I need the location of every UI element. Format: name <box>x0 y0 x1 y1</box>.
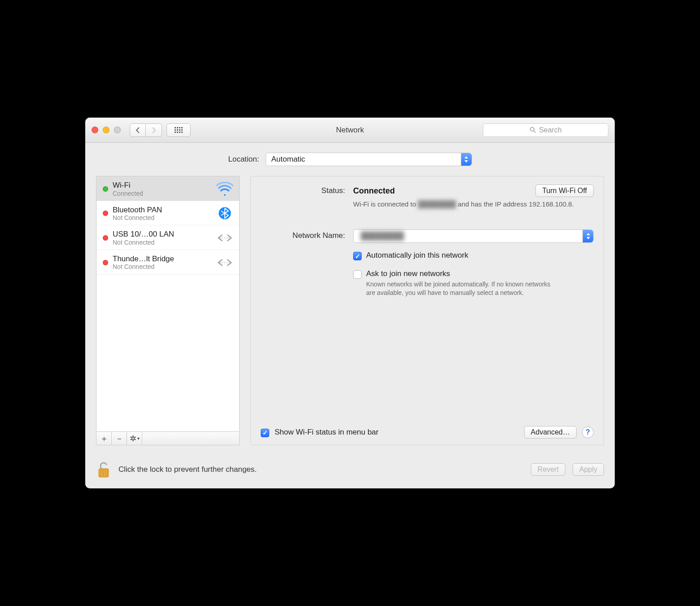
status-value: Connected <box>353 186 395 196</box>
service-status: Connected <box>113 190 211 197</box>
help-button[interactable]: ? <box>582 426 594 438</box>
titlebar: Network Search <box>85 118 615 143</box>
svg-rect-7 <box>105 469 106 477</box>
show-all-button[interactable] <box>166 123 191 137</box>
window-controls <box>92 127 121 133</box>
service-name: Wi-Fi <box>113 181 211 190</box>
search-field[interactable]: Search <box>483 123 608 137</box>
network-prefs-window: Network Search Location: Automatic <box>85 118 615 488</box>
close-window-button[interactable] <box>92 127 98 133</box>
search-placeholder: Search <box>539 126 562 134</box>
svg-rect-5 <box>101 469 102 477</box>
wifi-toggle-button[interactable]: Turn Wi-Fi Off <box>535 184 594 197</box>
back-button[interactable] <box>130 123 146 137</box>
location-row: Location: Automatic <box>96 153 604 166</box>
service-item-wifi[interactable]: Wi-Fi Connected <box>96 176 239 201</box>
svg-rect-8 <box>107 469 108 477</box>
show-status-checkbox[interactable] <box>261 429 269 437</box>
location-label: Location: <box>228 155 259 164</box>
chevron-left-icon <box>135 127 140 133</box>
bluetooth-icon <box>216 206 234 221</box>
show-status-label: Show Wi-Fi status in menu bar <box>275 428 378 437</box>
service-status: Not Connected <box>113 239 211 246</box>
location-value: Automatic <box>271 155 306 164</box>
service-list: Wi-Fi Connected Bluetooth PAN Not Connec… <box>96 176 240 432</box>
wifi-icon <box>216 181 234 197</box>
svg-line-1 <box>534 131 536 133</box>
nav-buttons <box>130 123 162 137</box>
unlocked-lock-icon[interactable] <box>96 461 111 479</box>
ethernet-icon <box>216 255 234 270</box>
redacted-ssid: ████████ <box>418 200 456 209</box>
svg-point-0 <box>530 127 534 132</box>
status-description: Wi-Fi is connected to ████████ and has t… <box>353 200 594 209</box>
service-name: Thunde…lt Bridge <box>113 255 211 263</box>
status-label: Status: <box>261 184 345 209</box>
service-item-usb-lan[interactable]: USB 10/…00 LAN Not Connected <box>96 225 239 250</box>
revert-button[interactable]: Revert <box>531 463 565 476</box>
grid-icon <box>175 127 183 133</box>
status-dot-icon <box>103 211 108 216</box>
service-name: Bluetooth PAN <box>113 206 211 215</box>
ask-join-help: Known networks will be joined automatica… <box>366 280 559 297</box>
ask-join-checkbox[interactable] <box>353 270 362 279</box>
service-sidebar: Wi-Fi Connected Bluetooth PAN Not Connec… <box>96 176 240 445</box>
status-dot-icon <box>103 260 108 265</box>
gear-icon: ✲ <box>130 434 136 444</box>
network-name-label: Network Name: <box>261 229 345 297</box>
ask-join-label: Ask to join new networks <box>366 269 559 278</box>
remove-service-button[interactable]: － <box>112 432 127 445</box>
apply-button[interactable]: Apply <box>573 463 604 476</box>
service-item-thunderbolt-bridge[interactable]: Thunde…lt Bridge Not Connected <box>96 250 239 275</box>
zoom-window-button[interactable] <box>114 127 121 133</box>
minimize-window-button[interactable] <box>103 127 109 133</box>
search-icon <box>529 127 536 133</box>
service-toolbar: ＋ － ✲▾ <box>96 432 240 445</box>
network-name-select[interactable]: ████████ <box>353 229 594 243</box>
status-dot-icon <box>103 186 108 192</box>
auto-join-label: Automatically join this network <box>366 251 468 260</box>
chevron-up-down-icon <box>582 230 593 242</box>
chevron-right-icon <box>151 127 157 133</box>
auto-join-checkbox[interactable] <box>353 252 362 260</box>
forward-button[interactable] <box>146 123 162 137</box>
lock-text: Click the lock to prevent further change… <box>118 465 257 474</box>
footer: Click the lock to prevent further change… <box>85 454 615 488</box>
service-actions-button[interactable]: ✲▾ <box>127 432 142 445</box>
service-item-bluetooth-pan[interactable]: Bluetooth PAN Not Connected <box>96 201 239 226</box>
status-dot-icon <box>103 235 108 241</box>
svg-rect-6 <box>103 469 104 477</box>
network-name-value: ████████ <box>359 232 404 241</box>
advanced-button[interactable]: Advanced… <box>524 426 577 439</box>
ethernet-icon <box>216 230 234 246</box>
detail-pane: Status: Connected Turn Wi-Fi Off Wi-Fi i… <box>250 176 604 445</box>
service-name: USB 10/…00 LAN <box>113 230 211 239</box>
add-service-button[interactable]: ＋ <box>96 432 112 445</box>
service-status: Not Connected <box>113 214 211 221</box>
svg-rect-4 <box>100 469 101 477</box>
chevron-up-down-icon <box>461 153 472 166</box>
service-status: Not Connected <box>113 263 211 270</box>
location-select[interactable]: Automatic <box>266 153 472 166</box>
